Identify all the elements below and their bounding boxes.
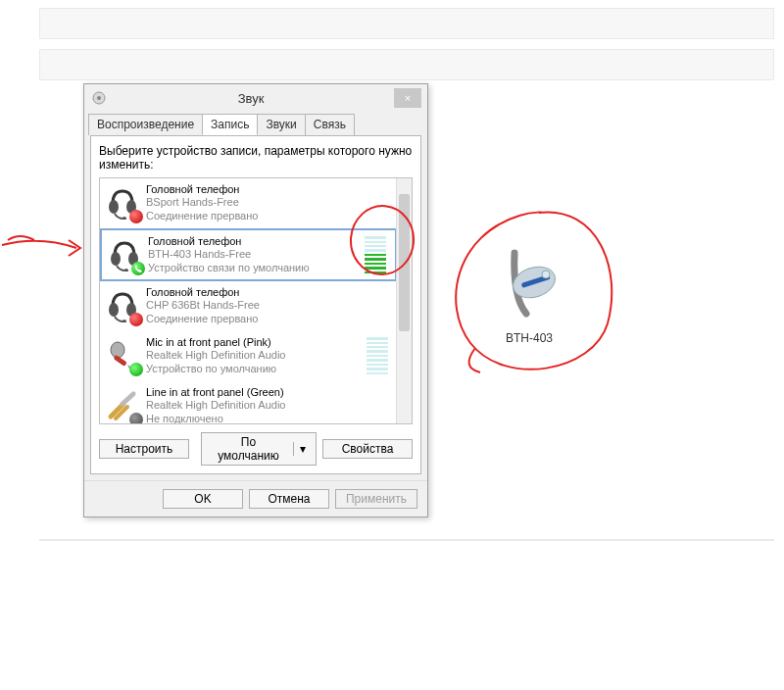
device-item[interactable]: Line in at front panel (Green)Realtek Hi… [100, 381, 397, 424]
device-text: Mic in at front panel (Pink)Realtek High… [146, 336, 367, 375]
bg-bar [39, 49, 774, 80]
tab-запись[interactable]: Запись [202, 114, 258, 135]
svg-point-10 [122, 320, 126, 322]
mic-icon [105, 338, 140, 373]
device-text: Головной телефонCHP 636Bt Hands-FreeСоед… [146, 286, 392, 325]
set-default-button[interactable]: По умолчанию ▾ [201, 432, 317, 466]
tab-body: Выберите устройство записи, параметры ко… [90, 135, 421, 474]
svg-point-16 [542, 271, 550, 278]
ok-button[interactable]: OK [163, 489, 243, 509]
instruction-label: Выберите устройство записи, параметры ко… [99, 144, 413, 172]
svg-point-2 [109, 200, 119, 214]
arrow-annotation-icon [0, 230, 93, 270]
status-badge [129, 313, 143, 326]
chevron-down-icon: ▾ [293, 442, 306, 456]
apply-button[interactable]: Применить [335, 489, 417, 509]
scrollbar[interactable] [396, 178, 412, 423]
scroll-thumb[interactable] [399, 194, 410, 331]
set-default-label: По умолчанию [212, 435, 285, 463]
headset-icon [105, 185, 140, 221]
divider [39, 539, 774, 541]
bottom-buttons: Настроить По умолчанию ▾ Свойства [99, 432, 413, 466]
svg-point-11 [111, 342, 124, 358]
properties-button[interactable]: Свойства [322, 439, 413, 459]
svg-point-1 [97, 96, 101, 100]
close-button[interactable]: × [394, 88, 421, 108]
tab-звуки[interactable]: Звуки [257, 114, 305, 135]
tab-воспроизведение[interactable]: Воспроизведение [88, 114, 203, 135]
jack-icon [105, 388, 140, 423]
headset-icon [105, 288, 140, 323]
bg-bar [39, 8, 774, 39]
configure-button[interactable]: Настроить [99, 439, 189, 459]
device-text: Головной телефонBTH-403 Hands-FreeУстрой… [148, 235, 365, 274]
device-item[interactable]: Головной телефонBSport Hands-FreeСоедине… [100, 178, 397, 228]
dialog-footer: OK Отмена Применить [84, 480, 427, 517]
device-item[interactable]: Mic in at front panel (Pink)Realtek High… [100, 331, 397, 381]
headset-icon [107, 237, 142, 272]
bluetooth-headset-icon [495, 243, 564, 321]
svg-point-4 [122, 217, 126, 220]
level-meter [365, 236, 386, 273]
svg-point-5 [111, 252, 121, 266]
svg-point-8 [109, 303, 119, 317]
tab-связь[interactable]: Связь [305, 114, 355, 135]
titlebar: Звук × [84, 84, 427, 112]
sound-dialog: Звук × ВоспроизведениеЗаписьЗвукиСвязь В… [83, 83, 428, 518]
svg-point-7 [124, 269, 128, 271]
status-badge [129, 210, 143, 223]
bluetooth-device-label: BTH-403 [506, 331, 553, 345]
device-text: Головной телефонBSport Hands-FreeСоедине… [146, 183, 392, 222]
cancel-button[interactable]: Отмена [249, 489, 329, 509]
tab-strip: ВоспроизведениеЗаписьЗвукиСвязь [84, 114, 427, 135]
status-badge [129, 413, 143, 424]
device-text: Line in at front panel (Green)Realtek Hi… [146, 386, 392, 424]
device-list[interactable]: Головной телефонBSport Hands-FreeСоедине… [99, 177, 413, 424]
sound-cpl-icon [91, 90, 107, 106]
dialog-title: Звук [108, 91, 394, 106]
bluetooth-device-panel: BTH-403 [461, 225, 598, 363]
device-item[interactable]: Головной телефонBTH-403 Hands-FreeУстрой… [100, 228, 397, 281]
status-badge [131, 262, 145, 275]
level-meter [367, 337, 388, 374]
device-item[interactable]: Головной телефонCHP 636Bt Hands-FreeСоед… [100, 281, 397, 331]
status-badge [129, 363, 143, 376]
